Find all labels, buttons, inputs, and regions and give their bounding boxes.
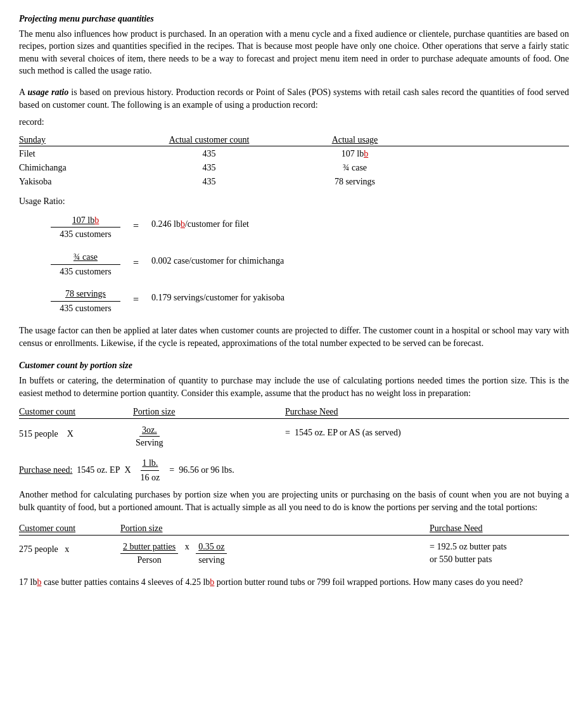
usage-filet: 107 lbb [272,148,437,160]
section3-table-header: Customer count Portion size Purchase Nee… [19,522,569,536]
usage-row-chimichanga: ¾ case 435 customers = 0.002 case/custom… [51,251,569,278]
section2-header-col1: Customer count [19,406,133,418]
pn-denominator: 16 oz [139,471,162,484]
yakisoba-numerator: 78 servings [51,288,120,302]
usage-block: 107 lbb 435 customers = 0.246 lbb/custom… [51,214,569,315]
section2-equals: = [285,427,295,439]
chimichanga-result: 0.002 case/customer for chimichanga [151,255,284,267]
table-header-customer: Actual customer count [146,134,272,146]
section3-data-row: 275 people x 2 butter patties Person x 0… [19,541,569,566]
item-yakisoba: Yakisoba [19,176,146,188]
portion-numerator: 3oz. [139,424,160,437]
usage-chimichanga: ¾ case [272,162,437,174]
yakisoba-denominator: 435 customers [51,302,120,315]
section2-table-header: Customer count Portion size Purchase Nee… [19,406,569,419]
section2-header-col3: Purchase Need [285,406,569,418]
section2-intro: In buffets or catering, the determinatio… [19,375,569,399]
yakisoba-result: 0.179 servings/customer for yakisoba [151,292,284,304]
portion-denominator: Serving [133,437,166,449]
section2-header-col2: Portion size [133,406,285,418]
portions-numerator: 2 butter patties [120,541,178,554]
section3-table: Customer count Portion size Purchase Nee… [19,522,569,566]
section3-header-col3: Purchase Need [430,522,569,535]
purchase-need-result: 96.56 or 96 lbs. [179,464,234,477]
section3-footnote: 17 lbb case butter patties contains 4 sl… [19,576,569,589]
section2-portion-fraction: 3oz. Serving [133,424,166,449]
filet-equals: = [133,219,139,233]
section3-result: = 192.5 oz butter pats or 550 butter pat… [430,541,569,565]
record-label: record: [19,117,44,127]
intro-para-1: The menu also influences how product is … [19,28,569,77]
section2-portion: 3oz. Serving [133,424,285,449]
section3-header-col1: Customer count [19,522,120,535]
table-header-usage: Actual usage [272,134,437,146]
usage-yakisoba: 78 servings [272,176,437,188]
count-yakisoba: 435 [146,176,272,188]
intro2-suffix: is based on previous history. Production… [19,87,569,110]
section3-result2: or 550 butter pats [430,553,569,566]
fraction-yakisoba: 78 servings 435 customers [51,288,120,314]
table-row: Chimichanga 435 ¾ case [19,162,569,174]
filet-denominator: 435 customers [51,228,120,241]
section3-portions: 2 butter patties Person x 0.35 oz servin… [120,541,430,566]
usage-row-yakisoba: 78 servings 435 customers = 0.179 servin… [51,288,569,314]
section3-result1: = 192.5 oz butter pats [430,541,569,553]
filet-numerator: 107 lbb [51,214,120,228]
item-filet: Filet [19,148,146,160]
oz-denominator: serving [196,554,227,567]
usage-ratio-label: Usage Ratio: [19,195,569,208]
section2-data-row: 515 people X 3oz. Serving = 1545 oz. EP … [19,424,569,449]
section2-followup: Another method for calculating purchases… [19,489,569,513]
section3-portions-fraction: 2 butter patties Person [120,541,178,566]
oz-numerator: 0.35 oz [196,541,227,554]
fraction-filet: 107 lbb 435 customers [51,214,120,241]
purchase-need-fraction: 1 lb. 16 oz [139,457,162,484]
purchase-need-row: Purchase need: 1545 oz. EP X 1 lb. 16 oz… [19,457,569,484]
purchase-need-value1: 1545 oz. EP [77,464,120,477]
section3-people: 275 people x [19,541,120,556]
yakisoba-equals: = [133,293,139,307]
chimichanga-numerator: ¾ case [51,251,120,265]
chimichanga-denominator: 435 customers [51,265,120,278]
table-row: Yakisoba 435 78 servings [19,176,569,188]
usage-ratio-term: usage ratio [27,87,68,97]
usage-row-filet: 107 lbb 435 customers = 0.246 lbb/custom… [51,214,569,241]
filet-result: 0.246 lbb/customer for filet [151,218,249,231]
production-table-header: Sunday Actual customer count Actual usag… [19,134,569,147]
fraction-chimichanga: ¾ case 435 customers [51,251,120,278]
chimichanga-equals: = [133,256,139,270]
section3-header-col2: Portion size [120,522,430,535]
item-chimichanga: Chimichanga [19,162,146,174]
section2-result-text: 1545 oz. EP or AS (as served) [295,427,401,439]
section2-title: Customer count by portion size [19,359,569,372]
page-title: Projecting menu purchase quantities [19,13,569,25]
table-row: Filet 435 107 lbb [19,148,569,160]
purchase-need-label: Purchase need: [19,464,72,477]
table-header-day: Sunday [19,134,146,146]
intro2-prefix: A [19,87,27,97]
pn-numerator: 1 lb. [141,457,159,471]
portions-denominator: Person [135,554,164,567]
count-chimichanga: 435 [146,162,272,174]
intro-para-2: A usage ratio is based on previous histo… [19,86,569,111]
section2-people: 515 people X [19,424,133,440]
usage-followup: The usage factor can then be applied at … [19,324,569,349]
section3-oz-fraction: 0.35 oz serving [196,541,227,566]
count-filet: 435 [146,148,272,160]
section2-result: = 1545 oz. EP or AS (as served) [285,424,569,439]
